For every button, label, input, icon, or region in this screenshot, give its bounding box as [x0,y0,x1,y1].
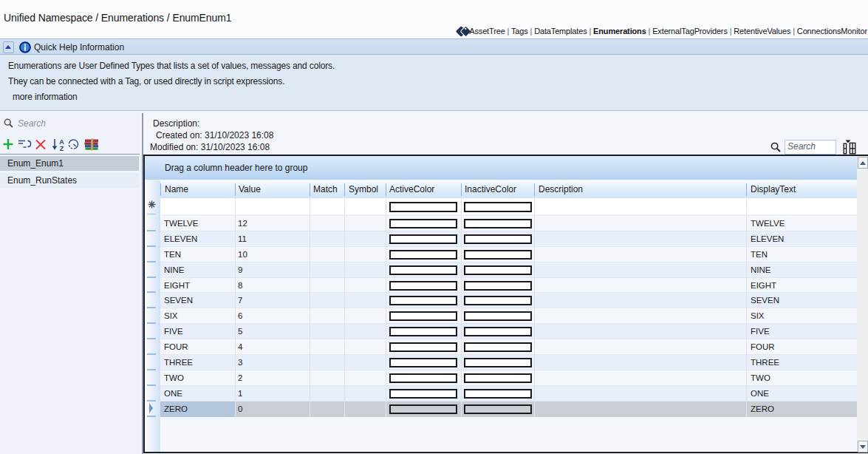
svg-text:Z: Z [60,145,64,152]
